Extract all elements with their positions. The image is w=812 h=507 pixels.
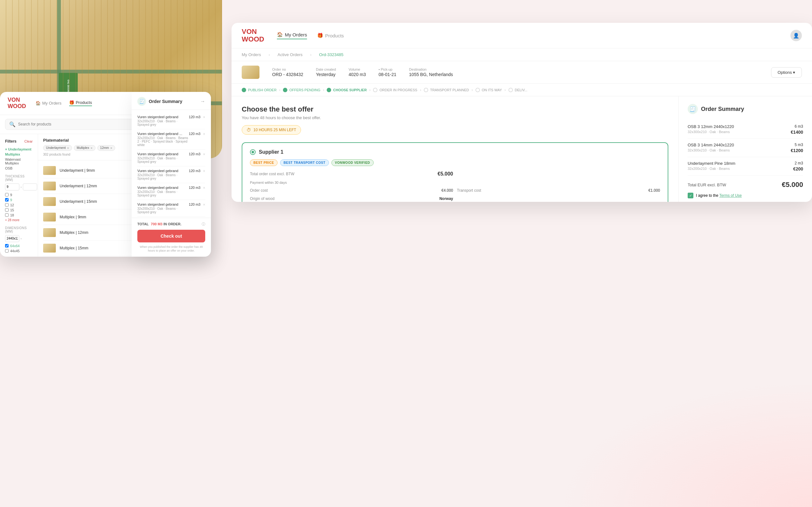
filter-osb[interactable]: OSB	[5, 166, 33, 170]
terms-link[interactable]: Terms of Use	[719, 193, 742, 198]
user-avatar[interactable]: 👤	[791, 30, 802, 41]
right-nav-products[interactable]: 🎁 Products	[317, 33, 344, 38]
dim-64x64[interactable]: 64x64	[5, 244, 33, 248]
remove-item-icon[interactable]: ×	[203, 115, 205, 119]
product-name: Underlayment | 9mm	[60, 168, 95, 173]
thickness-min[interactable]	[5, 183, 19, 190]
order-item-info: Vuren steigerdeel gebrand 32x200x210 · O…	[137, 169, 189, 180]
dim-44x45[interactable]: 44x45	[5, 249, 33, 253]
product-thumb	[43, 166, 56, 175]
right-nav-my-orders[interactable]: 🏠 My Orders	[277, 32, 307, 39]
summary-item-desc: 32x200x210 · Oak · Beams	[688, 167, 793, 170]
thickness-9-checked[interactable]: 9	[5, 198, 33, 202]
order-cost-label: Order cost	[250, 188, 268, 193]
filter-multiplex[interactable]: Multiplex	[5, 153, 33, 156]
order-item-desc: 32x200x210 · Oak · Beams · Sprayed grey	[137, 173, 189, 180]
step-label-publish: PUBLISH ORDER	[248, 88, 276, 92]
checkout-button[interactable]: Check out	[137, 230, 205, 242]
info-icon: ⓘ	[202, 222, 205, 227]
material-filter-section: × Underlayment Multiplex Watervast Multi…	[5, 147, 33, 170]
filters-sidebar: Filters Clear × Underlayment Multiplex W…	[0, 134, 38, 257]
order-item-volume: 120 m3	[189, 203, 200, 206]
order-item-volume: 120 m3	[189, 115, 200, 119]
remove-item-icon[interactable]: ×	[203, 152, 205, 157]
search-icon: 🔍	[9, 121, 15, 127]
thickness-range: ·	[5, 183, 33, 190]
summary-item-desc: 32x300x210 · Oak · Beams	[688, 130, 791, 134]
thickness-9[interactable]: 9	[5, 193, 33, 197]
order-breadcrumb-nav: My Orders › Active Orders › Ord-3323485	[232, 49, 812, 61]
filters-clear[interactable]: Clear	[24, 139, 33, 143]
thickness-18[interactable]: 18	[5, 213, 33, 217]
order-item-volume: 120 m3	[189, 152, 200, 156]
supplier-card[interactable]: Supplier 1 BEST PRICE BEST TRANSPORT COS…	[242, 142, 668, 202]
tag-12mm[interactable]: 12mm ×	[97, 145, 115, 151]
order-item-name: Vuren steigerdeel gebrand	[137, 152, 189, 156]
summary-item-price: €200	[793, 166, 803, 171]
nav-my-orders[interactable]: 🏠 My Orders	[36, 101, 61, 106]
transport-cost-label: Transport cost	[457, 188, 481, 193]
summary-total-label: Total EUR excl. BTW	[688, 182, 726, 187]
summary-right-icon: 🧾	[688, 104, 698, 114]
order-summary-title: Order Summary	[149, 99, 183, 104]
step-publish: PUBLISH ORDER	[242, 88, 276, 92]
order-item: Vuren steigerdeel gebrand 32x200x210 · O…	[137, 200, 205, 217]
filter-underlayment[interactable]: × Underlayment	[5, 147, 33, 151]
summary-arrow[interactable]: →	[200, 99, 205, 104]
left-nav-links: 🏠 My Orders 🎁 Products	[36, 100, 92, 106]
thickness-15[interactable]: 15	[5, 208, 33, 212]
tag-platematerial[interactable]: Underlayment ×	[43, 145, 72, 151]
remove-item-icon[interactable]: ×	[203, 132, 205, 136]
nav-products[interactable]: 🎁 Products	[69, 100, 92, 106]
options-button[interactable]: Options ▾	[771, 67, 802, 78]
step-dot-progress	[373, 88, 377, 92]
pickup-label: • Pick-up	[379, 67, 397, 71]
close-icon-dim: ·	[20, 237, 21, 240]
step-delivery: DELIV...	[508, 88, 527, 92]
supplier-radio[interactable]	[250, 149, 256, 155]
thickness-12[interactable]: 12	[5, 203, 33, 207]
product-name: Underlayment | 12mm	[60, 184, 97, 188]
step-transport: TRANSPORT PLANNED	[424, 88, 469, 92]
supplier-name: Supplier 1	[259, 149, 283, 155]
summary-item: OSB 3 12mm 2440x1220 32x300x210 · Oak · …	[688, 120, 803, 139]
thickness-filter-section: THICKNESS (MM) · 9 9 12 15 18 + 28 more	[5, 175, 33, 222]
step-dot-transport	[424, 88, 428, 92]
transport-cost-row: Transport cost €1.000	[457, 188, 660, 193]
summary-item: Underlayment Pine 18mm 32x200x210 · Oak …	[688, 157, 803, 176]
order-items-list: Vuren steigerdeel gebrand 32x200x210 · O…	[132, 110, 211, 218]
products-icon-right: 🎁	[317, 33, 323, 38]
remove-item-icon[interactable]: ×	[203, 186, 205, 190]
summary-item-info: OSB 3 14mm 2440x1220 32x300x210 · Oak · …	[688, 143, 791, 152]
remove-item-icon[interactable]: ×	[203, 169, 205, 173]
thickness-show-more[interactable]: + 28 more	[5, 218, 33, 222]
product-thumb	[43, 228, 56, 237]
tag-multiplex[interactable]: Multiplex ×	[74, 145, 96, 151]
terms-checkbox[interactable]: ✓	[688, 193, 693, 199]
summary-total-row: Total EUR excl. BTW €5.000	[688, 176, 803, 193]
thickness-max[interactable]	[23, 183, 37, 190]
step-dot-choose	[327, 88, 331, 92]
summary-total-amount: €5.000	[782, 181, 803, 189]
breadcrumb-active-orders[interactable]: Active Orders	[277, 52, 303, 57]
volume-value: 4020 m3	[349, 72, 366, 77]
summary-item-name: OSB 3 12mm 2440x1220	[688, 124, 791, 129]
order-item-name: Vuren steigerdeel gebrand	[137, 186, 189, 189]
background-blob	[558, 380, 812, 507]
badge-best-transport: BEST TRANSPORT COST	[280, 159, 329, 166]
filter-watervast[interactable]: Watervast Multiplex	[5, 158, 33, 165]
timer-text: 10 HOURS 25 MIN LEFT	[253, 128, 296, 132]
order-item-volume: 120 m3	[189, 186, 200, 189]
date-label: Date created	[316, 67, 336, 71]
step-offers: OFFERS PENDING	[283, 88, 320, 92]
breadcrumb-my-orders[interactable]: My Orders	[242, 52, 261, 57]
dimension-2440[interactable]	[5, 235, 19, 242]
product-thumb	[43, 197, 56, 206]
summary-item-price: €1200	[791, 148, 803, 153]
step-on-way: ON ITS WAY	[475, 88, 502, 92]
step-label-progress: ORDER IN PROGRESS	[379, 88, 417, 92]
remove-item-icon[interactable]: ×	[203, 203, 205, 207]
checkout-note: When you published the order the supplie…	[137, 245, 205, 253]
order-item: Vuren steigerdeel gebrand 32x200x210 · O…	[137, 112, 205, 129]
total-label: TOTAL 700 M3 IN ORDER.	[137, 222, 182, 226]
